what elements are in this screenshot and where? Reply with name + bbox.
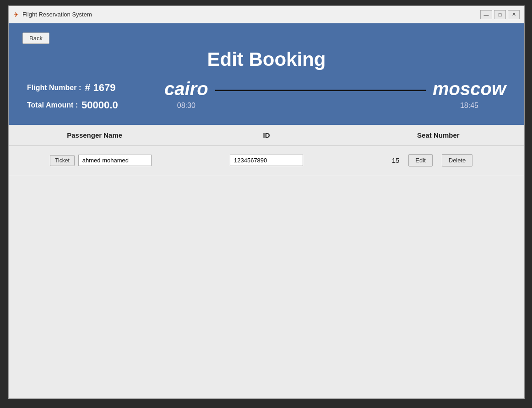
id-input[interactable] bbox=[230, 155, 303, 166]
flight-number-value: # 1679 bbox=[85, 82, 115, 94]
origin-time: 08:30 bbox=[177, 102, 195, 110]
flight-number-label: Flight Number : bbox=[27, 84, 81, 92]
total-amount-value: 50000.0 bbox=[81, 99, 118, 111]
delete-button[interactable]: Delete bbox=[442, 154, 473, 166]
origin-city-block: cairo 08:30 bbox=[164, 80, 208, 110]
destination-city-block: moscow 18:45 bbox=[433, 80, 506, 110]
close-button[interactable]: ✕ bbox=[508, 10, 520, 19]
total-amount-label: Total Amount : bbox=[27, 101, 78, 109]
back-button[interactable]: Back bbox=[22, 32, 49, 44]
page-title: Edit Booking bbox=[22, 48, 510, 70]
table-row-container: Ticket 15 Edit Delete bbox=[9, 146, 524, 175]
col-header-id: ID bbox=[180, 131, 352, 139]
route-line bbox=[215, 90, 426, 91]
seat-cell: 15 Edit Delete bbox=[349, 154, 515, 166]
seat-number: 15 bbox=[392, 156, 400, 164]
origin-city-name: cairo bbox=[164, 80, 208, 98]
header-section: Back Edit Booking Flight Number : # 1679… bbox=[9, 23, 524, 125]
flight-info-row: Flight Number : # 1679 Total Amount : 50… bbox=[22, 82, 510, 111]
passenger-name-input[interactable] bbox=[78, 155, 152, 166]
col-header-seat: Seat Number bbox=[353, 131, 524, 139]
col-header-passenger: Passenger Name bbox=[9, 131, 180, 139]
app-icon: ✈ bbox=[13, 11, 19, 18]
total-amount-row: Total Amount : 50000.0 bbox=[27, 99, 155, 111]
title-bar-text: Flight Reservation System bbox=[22, 11, 480, 18]
table-row: Ticket 15 Edit Delete bbox=[9, 150, 524, 170]
destination-city-name: moscow bbox=[433, 80, 506, 98]
maximize-button[interactable]: □ bbox=[494, 10, 506, 19]
destination-time: 18:45 bbox=[460, 102, 478, 110]
edit-button[interactable]: Edit bbox=[408, 154, 432, 166]
app-window: ✈ Flight Reservation System — □ ✕ Back E… bbox=[8, 5, 525, 399]
window-content: Back Edit Booking Flight Number : # 1679… bbox=[9, 23, 524, 398]
table-header: Passenger Name ID Seat Number bbox=[9, 125, 524, 146]
ticket-button[interactable]: Ticket bbox=[50, 155, 75, 166]
flight-details-left: Flight Number : # 1679 Total Amount : 50… bbox=[27, 82, 155, 111]
title-bar-controls: — □ ✕ bbox=[480, 10, 520, 19]
route-display: cairo 08:30 moscow 18:45 bbox=[164, 80, 506, 110]
title-bar: ✈ Flight Reservation System — □ ✕ bbox=[9, 6, 524, 23]
minimize-button[interactable]: — bbox=[480, 10, 492, 19]
flight-number-row: Flight Number : # 1679 bbox=[27, 82, 155, 94]
id-cell bbox=[184, 155, 349, 166]
passenger-cell: Ticket bbox=[18, 155, 184, 166]
table-section: Passenger Name ID Seat Number Ticket bbox=[9, 125, 524, 398]
